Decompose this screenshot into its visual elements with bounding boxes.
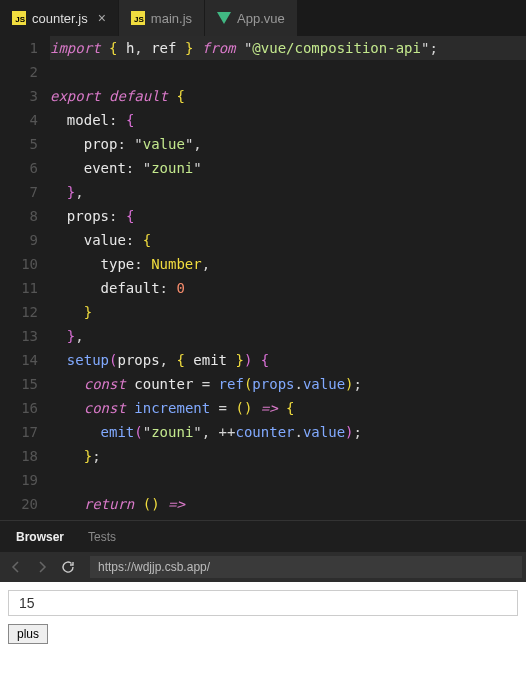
code-line[interactable]: model: { xyxy=(50,108,526,132)
line-number: 1 xyxy=(8,36,38,60)
tab-label: App.vue xyxy=(237,11,285,26)
line-number: 11 xyxy=(8,276,38,300)
code-line[interactable]: props: { xyxy=(50,204,526,228)
code-line[interactable] xyxy=(50,60,526,84)
code-line[interactable]: value: { xyxy=(50,228,526,252)
js-file-icon: JS xyxy=(131,11,145,25)
code-line[interactable]: }, xyxy=(50,324,526,348)
line-gutter: 1234567891011121314151617181920 xyxy=(0,36,50,520)
tab-counter-js[interactable]: JScounter.js× xyxy=(0,0,119,36)
code-line[interactable]: type: Number, xyxy=(50,252,526,276)
close-icon[interactable]: × xyxy=(98,10,106,26)
line-number: 10 xyxy=(8,252,38,276)
line-number: 4 xyxy=(8,108,38,132)
vue-file-icon xyxy=(217,11,231,25)
line-number: 20 xyxy=(8,492,38,516)
line-number: 6 xyxy=(8,156,38,180)
line-number: 15 xyxy=(8,372,38,396)
line-number: 9 xyxy=(8,228,38,252)
browser-url-bar xyxy=(0,552,526,582)
line-number: 7 xyxy=(8,180,38,204)
code-line[interactable]: const increment = () => { xyxy=(50,396,526,420)
line-number: 19 xyxy=(8,468,38,492)
code-content[interactable]: import { h, ref } from "@vue/composition… xyxy=(50,36,526,520)
code-line[interactable]: }; xyxy=(50,444,526,468)
tab-label: counter.js xyxy=(32,11,88,26)
code-line[interactable]: }, xyxy=(50,180,526,204)
nav-back-icon[interactable] xyxy=(4,555,28,579)
line-number: 12 xyxy=(8,300,38,324)
reload-icon[interactable] xyxy=(56,555,80,579)
url-input[interactable] xyxy=(90,556,522,578)
line-number: 3 xyxy=(8,84,38,108)
code-line[interactable]: } xyxy=(50,300,526,324)
line-number: 17 xyxy=(8,420,38,444)
line-number: 13 xyxy=(8,324,38,348)
tab-main-js[interactable]: JSmain.js xyxy=(119,0,205,36)
panel-tab-browser[interactable]: Browser xyxy=(4,522,76,552)
panel-tabs: BrowserTests xyxy=(0,520,526,552)
plus-button[interactable]: plus xyxy=(8,624,48,644)
code-line[interactable]: setup(props, { emit }) { xyxy=(50,348,526,372)
line-number: 5 xyxy=(8,132,38,156)
line-number: 8 xyxy=(8,204,38,228)
code-line[interactable]: default: 0 xyxy=(50,276,526,300)
line-number: 18 xyxy=(8,444,38,468)
preview-pane: 15 plus xyxy=(0,582,526,685)
code-line[interactable]: const counter = ref(props.value); xyxy=(50,372,526,396)
code-line[interactable]: emit("zouni", ++counter.value); xyxy=(50,420,526,444)
code-line[interactable]: prop: "value", xyxy=(50,132,526,156)
code-line[interactable]: import { h, ref } from "@vue/composition… xyxy=(50,36,526,60)
panel-tab-tests[interactable]: Tests xyxy=(76,522,128,552)
code-line[interactable] xyxy=(50,468,526,492)
tab-label: main.js xyxy=(151,11,192,26)
js-file-icon: JS xyxy=(12,11,26,25)
line-number: 14 xyxy=(8,348,38,372)
line-number: 16 xyxy=(8,396,38,420)
nav-forward-icon[interactable] xyxy=(30,555,54,579)
code-editor[interactable]: 1234567891011121314151617181920 import {… xyxy=(0,36,526,520)
code-line[interactable]: event: "zouni" xyxy=(50,156,526,180)
counter-display: 15 xyxy=(8,590,518,616)
line-number: 2 xyxy=(8,60,38,84)
tab-App-vue[interactable]: App.vue xyxy=(205,0,298,36)
editor-tabs: JScounter.js×JSmain.jsApp.vue xyxy=(0,0,526,36)
code-line[interactable]: export default { xyxy=(50,84,526,108)
code-line[interactable]: return () => xyxy=(50,492,526,516)
